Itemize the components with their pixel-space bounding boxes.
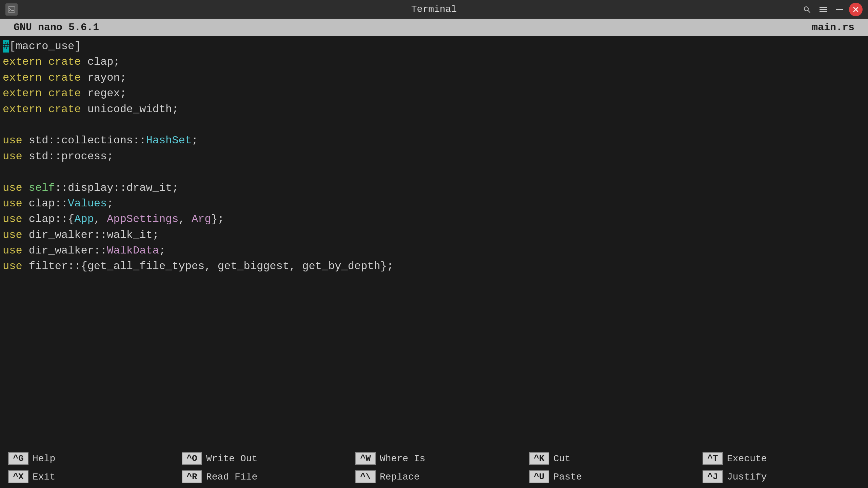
label-paste: Paste	[553, 472, 582, 482]
label-execute: Execute	[727, 453, 767, 464]
nano-version: GNU nano 5.6.1	[14, 22, 99, 33]
code-line-3: extern crate rayon;	[0, 70, 868, 86]
code-line-13: use dir_walker::walk_it;	[0, 227, 868, 243]
label-writeout: Write Out	[206, 453, 257, 464]
code-line-5: extern crate unicode_width;	[0, 102, 868, 117]
shortcut-replace: ^\ Replace	[355, 470, 513, 483]
shortcut-execute: ^T Execute	[703, 452, 860, 465]
title-bar-left	[5, 3, 18, 16]
shortcut-group-2: ^O Write Out ^R Read File	[174, 447, 347, 488]
key-ctrl-g: ^G	[8, 452, 28, 465]
title-bar: Terminal	[0, 0, 868, 19]
shortcut-readfile: ^R Read File	[182, 470, 339, 483]
svg-rect-0	[8, 7, 15, 12]
search-button[interactable]	[800, 3, 814, 16]
key-ctrl-o: ^O	[182, 452, 202, 465]
shortcut-whereis: ^W Where Is	[355, 452, 513, 465]
code-line-8: use std::process;	[0, 149, 868, 164]
code-line-11: use clap::Values;	[0, 196, 868, 211]
code-line-10: use self::display::draw_it;	[0, 180, 868, 196]
shortcut-group-3: ^W Where Is ^\ Replace	[347, 447, 521, 488]
menu-button[interactable]	[816, 3, 830, 16]
shortcut-justify: ^J Justify	[703, 470, 860, 483]
key-ctrl-r: ^R	[182, 470, 202, 483]
label-whereis: Where Is	[380, 453, 425, 464]
minimize-button[interactable]	[833, 3, 846, 16]
code-line-15: use filter::{get_all_file_types, get_big…	[0, 259, 868, 274]
code-line-4: extern crate regex;	[0, 86, 868, 101]
label-cut: Cut	[553, 453, 570, 464]
shortcut-group-5: ^T Execute ^J Justify	[694, 447, 868, 488]
shortcut-cut: ^K Cut	[529, 452, 686, 465]
key-ctrl-x: ^X	[8, 470, 28, 483]
code-line-12: use clap::{App, AppSettings, Arg};	[0, 211, 868, 227]
label-replace: Replace	[380, 472, 420, 482]
key-ctrl-j: ^J	[703, 470, 723, 483]
key-ctrl-backslash: ^\	[355, 470, 376, 483]
close-button[interactable]	[849, 3, 863, 16]
app-icon	[5, 3, 18, 16]
editor-area: #[macro_use] extern crate clap; extern c…	[0, 36, 868, 447]
title-bar-controls	[800, 3, 863, 16]
key-ctrl-k: ^K	[529, 452, 549, 465]
shortcut-bar: ^G Help ^X Exit ^O Write Out ^R Read Fil…	[0, 447, 868, 488]
code-line-9	[0, 164, 868, 180]
code-line-2: extern crate clap;	[0, 54, 868, 70]
nano-filename: main.rs	[812, 22, 854, 33]
key-ctrl-t: ^T	[703, 452, 723, 465]
window-title: Terminal	[411, 4, 457, 15]
code-line-1: #[macro_use]	[0, 39, 868, 54]
key-ctrl-u: ^U	[529, 470, 549, 483]
shortcut-writeout: ^O Write Out	[182, 452, 339, 465]
shortcut-paste: ^U Paste	[529, 470, 686, 483]
shortcut-help: ^G Help	[8, 452, 165, 465]
cursor: #	[3, 40, 9, 53]
label-readfile: Read File	[206, 472, 257, 482]
shortcut-group-4: ^K Cut ^U Paste	[521, 447, 694, 488]
label-exit: Exit	[33, 472, 55, 482]
shortcut-exit: ^X Exit	[8, 470, 165, 483]
label-justify: Justify	[727, 472, 767, 482]
code-line-6	[0, 117, 868, 133]
svg-line-2	[808, 10, 810, 13]
code-line-14: use dir_walker::WalkData;	[0, 243, 868, 259]
key-ctrl-w: ^W	[355, 452, 376, 465]
shortcut-group-1: ^G Help ^X Exit	[0, 447, 174, 488]
nano-header: GNU nano 5.6.1 main.rs	[0, 19, 868, 36]
code-line-7: use std::collections::HashSet;	[0, 133, 868, 148]
label-help: Help	[33, 453, 55, 464]
